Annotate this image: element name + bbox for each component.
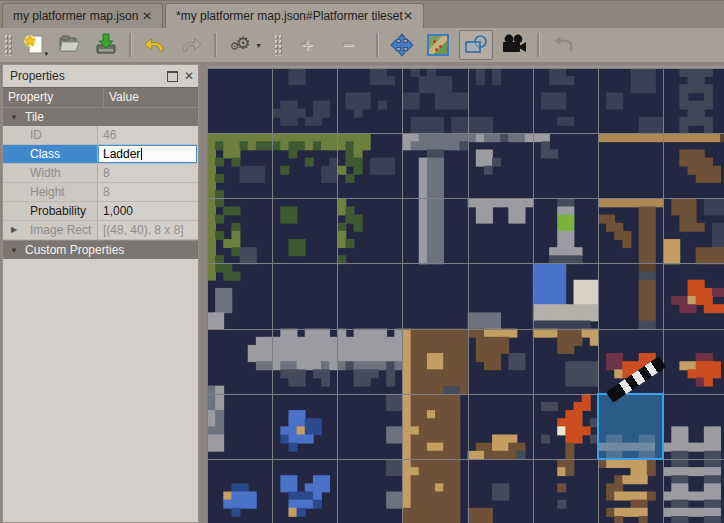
tab-tileset-document[interactable]: *my platformer map.json#Platformer tiles…: [165, 3, 424, 29]
minus-icon: −: [342, 34, 353, 56]
text-caret: [141, 148, 142, 160]
toolbar-separator: [129, 33, 132, 57]
property-label: ID: [3, 126, 98, 144]
tab-label: my platformer map.json: [13, 4, 138, 28]
expand-triangle-icon[interactable]: ▶: [11, 221, 17, 239]
property-label: Class: [3, 145, 98, 163]
new-map-button[interactable]: ▾: [19, 31, 49, 59]
new-file-icon: [21, 32, 47, 58]
move-arrows-icon: [390, 33, 414, 57]
property-row-id[interactable]: ID 46: [3, 126, 198, 145]
columns-header: Property Value: [3, 87, 198, 107]
close-panel-icon[interactable]: ✕: [184, 70, 194, 82]
property-label: Height: [3, 183, 98, 201]
tab-map-document[interactable]: my platformer map.json ✕: [2, 3, 163, 29]
undo-button[interactable]: [140, 31, 170, 59]
open-button[interactable]: [55, 31, 85, 59]
value-column-header: Value: [104, 88, 198, 107]
tileset-image-button[interactable]: [423, 31, 453, 59]
undo-icon: [142, 32, 168, 58]
group-row-tile[interactable]: ▼ Tile: [3, 107, 198, 126]
main-toolbar: ▾: [0, 28, 724, 62]
property-label: Probability: [3, 202, 98, 220]
tileset-view: [207, 62, 724, 523]
move-tiles-button[interactable]: [387, 31, 417, 59]
toolbar-separator: [537, 33, 540, 57]
redo-icon: [178, 32, 204, 58]
shapes-icon: [463, 33, 489, 57]
collapse-triangle-icon[interactable]: ▼: [3, 108, 25, 126]
property-column-header: Property: [3, 88, 104, 107]
tab-close-icon[interactable]: ✕: [400, 8, 416, 24]
chevron-down-icon: ▾: [44, 50, 48, 58]
save-button[interactable]: [91, 31, 121, 59]
property-row-height[interactable]: Height 8: [3, 183, 198, 202]
image-icon: [427, 34, 449, 56]
collapse-triangle-icon[interactable]: ▼: [3, 241, 25, 259]
property-row-probability[interactable]: Probability 1,000: [3, 202, 198, 221]
properties-panel: Properties ✕ Property Value ▼ Tile ID 46…: [2, 64, 199, 523]
gears-icon: ⚙⚙: [229, 32, 255, 58]
tileset-canvas[interactable]: [207, 68, 724, 523]
commands-button[interactable]: ⚙⚙ ▾: [225, 31, 265, 59]
group-label: Tile: [25, 108, 44, 126]
tab-close-icon[interactable]: ✕: [139, 8, 155, 24]
tab-bar: my platformer map.json ✕ *my platformer …: [0, 0, 724, 29]
group-row-custom-properties[interactable]: ▼ Custom Properties: [3, 240, 198, 259]
toolbar-drag-handle[interactable]: [274, 34, 283, 56]
plus-icon: +: [301, 34, 312, 56]
movie-camera-icon: [500, 32, 528, 58]
panel-title: Properties: [10, 69, 65, 83]
save-icon: [93, 32, 119, 58]
property-value: 8: [98, 164, 198, 182]
panel-titlebar[interactable]: Properties ✕: [3, 65, 198, 87]
redo-button[interactable]: [176, 31, 206, 59]
toolbar-separator: [214, 33, 217, 57]
jump-back-button[interactable]: [548, 31, 578, 59]
edit-shapes-button[interactable]: [459, 30, 493, 60]
property-value: [(48, 40), 8 x 8]: [98, 221, 198, 239]
toolbar-drag-handle[interactable]: [4, 34, 13, 56]
animation-button[interactable]: [499, 31, 529, 59]
group-label: Custom Properties: [25, 241, 124, 259]
toolbar-separator: [376, 33, 379, 57]
property-row-image-rect[interactable]: ▶ Image Rect [(48, 40), 8 x 8]: [3, 221, 198, 240]
return-arrow-icon: [550, 32, 576, 58]
property-value: 8: [98, 183, 198, 201]
tiled-window: my platformer map.json ✕ *my platformer …: [0, 0, 724, 523]
class-edit-field[interactable]: Ladder: [98, 145, 197, 163]
property-row-class[interactable]: Class Ladder: [3, 145, 198, 164]
float-panel-icon[interactable]: [167, 71, 178, 82]
property-value: 1,000: [98, 202, 198, 220]
property-label: Width: [3, 164, 98, 182]
property-label: Image Rect: [3, 221, 98, 239]
tab-label: *my platformer map.json#Platformer tiles…: [176, 4, 403, 28]
open-folder-icon: [57, 32, 83, 58]
chevron-down-icon: ▾: [256, 41, 260, 50]
remove-button[interactable]: −: [333, 31, 363, 59]
add-button[interactable]: +: [292, 31, 322, 59]
main-area: Properties ✕ Property Value ▼ Tile ID 46…: [0, 62, 724, 523]
property-value: 46: [98, 126, 198, 144]
property-row-width[interactable]: Width 8: [3, 164, 198, 183]
